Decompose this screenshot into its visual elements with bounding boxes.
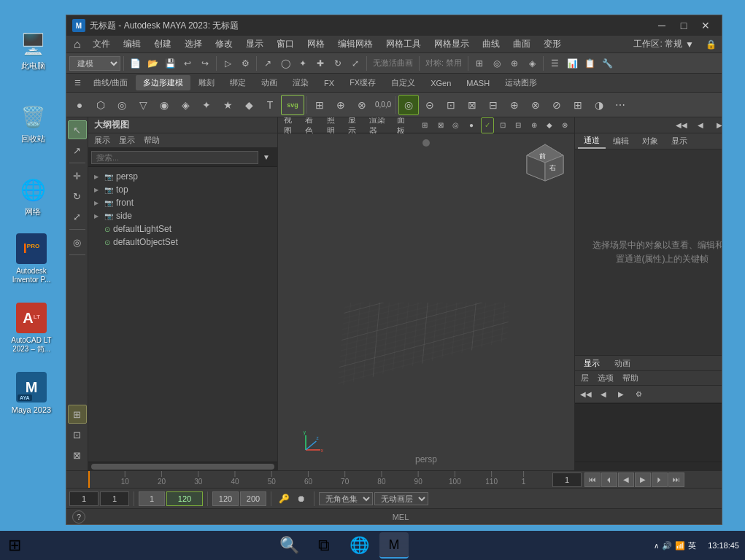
shelf-active-icon[interactable]: ◎ <box>398 95 419 115</box>
shelf-loop-icon[interactable]: ⊡ <box>441 95 461 115</box>
auto-key-btn[interactable]: ⏺ <box>293 491 309 507</box>
outliner-search-input[interactable] <box>91 151 258 164</box>
shelf-plane-icon[interactable]: ◈ <box>175 95 196 115</box>
edit-mesh-menu[interactable]: 编辑网格 <box>332 36 379 52</box>
outliner-menu-show[interactable]: 展示 <box>91 134 113 147</box>
shelf-tab-anim[interactable]: 动画 <box>254 75 285 90</box>
shaded-btn[interactable]: ⊠ <box>68 446 87 464</box>
anim-ctrl-4[interactable]: ⚙ <box>630 388 646 401</box>
shelf-diamond-icon[interactable]: ◆ <box>239 95 259 115</box>
outliner-menu-help[interactable]: 帮助 <box>141 134 163 147</box>
anim-display-tab[interactable]: 显示 <box>578 357 606 370</box>
undo-btn[interactable]: ↩ <box>180 55 196 71</box>
taskbar-search[interactable]: 🔍 <box>274 532 304 559</box>
window-menu[interactable]: 窗口 <box>271 36 300 52</box>
move-btn[interactable]: ✚ <box>312 55 328 71</box>
lock-icon[interactable]: 🔒 <box>703 36 719 52</box>
render-settings-btn[interactable]: ⚙ <box>237 55 253 71</box>
vp-btn-6[interactable]: ⊡ <box>497 117 509 133</box>
shelf-zoom-icon[interactable]: ⊕ <box>331 95 351 115</box>
shelf-boolean-icon[interactable]: ⊘ <box>547 95 567 115</box>
vp-btn-7[interactable]: ⊟ <box>512 117 525 133</box>
shelf-tab-curves[interactable]: 曲线/曲面 <box>86 75 135 90</box>
curves-menu[interactable]: 曲线 <box>476 36 506 52</box>
right-panel-scrollbar[interactable] <box>575 462 722 470</box>
taskbar-edge[interactable]: 🌐 <box>344 532 374 559</box>
file-menu[interactable]: 文件 <box>87 36 116 52</box>
create-menu[interactable]: 创建 <box>148 36 177 52</box>
shelf-extrude-icon[interactable]: ⊠ <box>462 95 482 115</box>
paint-btn[interactable]: ✦ <box>295 55 311 71</box>
scale-btn[interactable]: ⤢ <box>347 55 363 71</box>
step-fwd-btn[interactable]: ⏵ <box>652 472 668 487</box>
anim-ctrl-2[interactable]: ◀ <box>595 388 611 401</box>
vp-btn-1[interactable]: ⊞ <box>419 117 431 133</box>
taskbar-maya[interactable]: M <box>379 532 409 559</box>
outliner-side[interactable]: ▶ 📷 side <box>88 209 277 222</box>
shelf-cylinder-icon[interactable]: ◎ <box>112 95 132 115</box>
desktop-icon-inventor[interactable]: IPRO Autodesk Inventor P... <box>6 233 57 284</box>
mode-dropdown[interactable]: 建模 <box>69 56 120 71</box>
timeline[interactable]: 10 20 30 40 50 60 70 80 90 <box>66 470 722 488</box>
outliner-lightset[interactable]: ⊙ defaultLightSet <box>88 222 277 236</box>
snap-curve-btn[interactable]: ◎ <box>489 55 505 71</box>
shelf-sphere-icon[interactable]: ● <box>69 95 90 115</box>
desktop-icon-maya[interactable]: M AYA Maya 2023 <box>6 372 57 415</box>
select-tool[interactable]: ↖ <box>68 120 87 139</box>
snap-point-btn[interactable]: ⊕ <box>506 55 522 71</box>
shelf-pivot-icon[interactable]: ⊗ <box>352 95 372 115</box>
wireframe-btn[interactable]: ⊡ <box>68 425 87 444</box>
lang-indicator[interactable]: 英 <box>688 540 696 551</box>
outliner-persp[interactable]: ▶ 📷 persp <box>88 170 277 183</box>
outliner-front[interactable]: ▶ 📷 front <box>88 196 277 209</box>
workspace-selector[interactable]: 工作区: 常规 ▼ <box>629 36 698 52</box>
network-icon[interactable]: 📶 <box>675 541 685 551</box>
rp-nav-3[interactable]: ▶ <box>711 117 722 133</box>
shelf-tab-motion[interactable]: 运动图形 <box>498 75 544 90</box>
redo-btn[interactable]: ↪ <box>197 55 213 71</box>
outliner-search-dropdown[interactable]: ▼ <box>258 149 274 166</box>
orientation-cube[interactable]: 前 右 <box>523 141 567 184</box>
vp-btn-3[interactable]: ◎ <box>449 117 462 133</box>
rp-nav-1[interactable]: ◀◀ <box>673 117 690 133</box>
move-tool[interactable]: ✛ <box>68 166 87 185</box>
shelf-bevel-icon[interactable]: ⊟ <box>483 95 503 115</box>
shelf-settings-btn[interactable]: ☰ <box>69 75 85 91</box>
shelf-smooth-icon[interactable]: ◑ <box>589 95 609 115</box>
playback-frame-input[interactable] <box>552 472 582 487</box>
total-frames-input[interactable] <box>240 491 266 506</box>
edit-tab[interactable]: 编辑 <box>607 134 635 148</box>
display-menu[interactable]: 显示 <box>240 36 269 52</box>
edit-menu[interactable]: 编辑 <box>117 36 147 52</box>
shelf-bridge-icon[interactable]: ⊗ <box>525 95 546 115</box>
attr-editor-btn[interactable]: 📋 <box>582 55 598 71</box>
taskbar-clock[interactable]: 13:18:45 <box>702 540 745 551</box>
history-btn[interactable]: ☰ <box>547 55 563 71</box>
layer-menu-help[interactable]: 帮助 <box>619 372 641 384</box>
vp-btn-10[interactable]: ⊗ <box>559 117 571 133</box>
scale-tool[interactable]: ⤢ <box>68 207 87 226</box>
shelf-star-icon[interactable]: ★ <box>217 95 238 115</box>
snap-grid-btn[interactable]: ⊞ <box>471 55 487 71</box>
new-file-btn[interactable]: 📄 <box>127 55 143 71</box>
rotate-btn[interactable]: ↻ <box>330 55 346 71</box>
anim-layer-selector[interactable]: 无动画层 <box>374 492 428 505</box>
desktop-icon-recycle[interactable]: 🗑️ 回收站 <box>11 102 55 144</box>
shelf-torus-icon[interactable]: ◉ <box>154 95 174 115</box>
close-button[interactable]: ✕ <box>695 18 716 33</box>
go-end-btn[interactable]: ⏭ <box>668 472 684 487</box>
select-menu[interactable]: 选择 <box>179 36 208 52</box>
layer-menu-options[interactable]: 选项 <box>595 372 617 384</box>
shelf-tab-rig[interactable]: 绑定 <box>223 75 253 90</box>
shelf-tab-poly[interactable]: 多边形建模 <box>136 75 190 90</box>
range-current-field[interactable] <box>166 491 203 506</box>
go-start-btn[interactable]: ⏮ <box>584 472 601 487</box>
outliner-hscrollbar[interactable] <box>88 462 277 470</box>
shelf-tab-render[interactable]: 渲染 <box>285 75 316 90</box>
mesh-display-menu[interactable]: 网格显示 <box>428 36 475 52</box>
timeline-ruler[interactable]: 10 20 30 40 50 60 70 80 90 <box>88 471 547 489</box>
current-frame-input[interactable] <box>100 491 129 506</box>
modify-menu[interactable]: 修改 <box>209 36 239 52</box>
select-tool-btn[interactable]: ↗ <box>260 55 276 71</box>
outliner-menu-display[interactable]: 显示 <box>116 134 138 147</box>
